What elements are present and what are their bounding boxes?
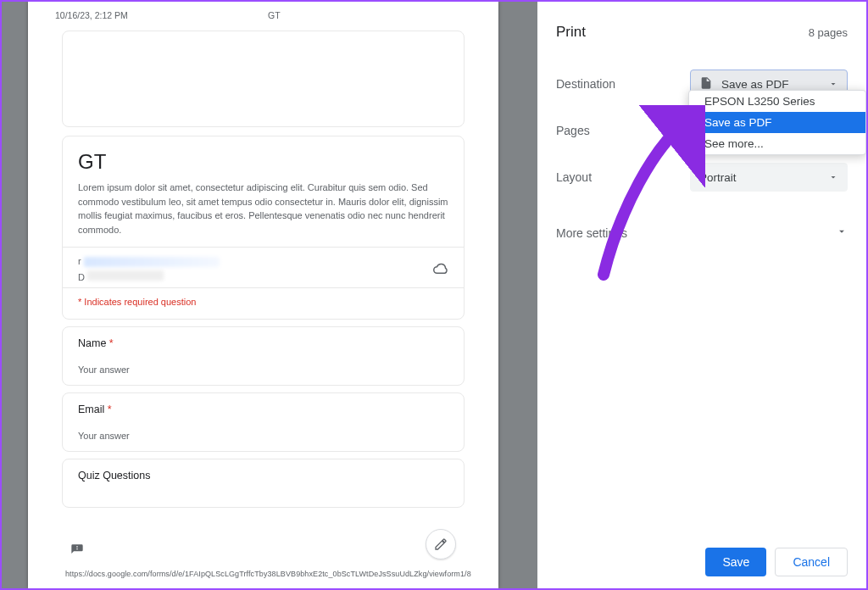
- cancel-button[interactable]: Cancel: [775, 548, 848, 576]
- question-card: Quiz Questions: [62, 459, 465, 508]
- layout-value: Portrait: [699, 171, 737, 184]
- chevron-down-icon: [836, 225, 848, 240]
- required-indicator: * Indicates required question: [78, 288, 448, 309]
- feedback-icon[interactable]: [70, 543, 84, 559]
- chevron-down-icon: [828, 172, 838, 185]
- question-card: Email * Your answer: [62, 392, 465, 452]
- pencil-icon[interactable]: [426, 529, 456, 559]
- pages-label: Pages: [556, 124, 690, 137]
- more-settings-toggle[interactable]: More settings: [556, 217, 848, 248]
- print-dialog-title: Print: [556, 24, 586, 41]
- form-banner-image: [62, 31, 465, 127]
- form-header-card: GT Lorem ipsum dolor sit amet, consectet…: [62, 136, 465, 320]
- destination-label: Destination: [556, 77, 690, 91]
- form-description: Lorem ipsum dolor sit amet, consectetur …: [78, 181, 448, 237]
- preview-header-title: GT: [268, 10, 281, 20]
- form-title: GT: [78, 150, 448, 174]
- pages-count: 8 pages: [809, 26, 848, 39]
- form-url: https://docs.google.com/forms/d/e/1FAIpQ…: [65, 570, 460, 578]
- preview-header: 10/16/23, 2:12 PM GT: [28, 2, 498, 27]
- save-button[interactable]: Save: [705, 548, 766, 576]
- question-label: Name *: [78, 337, 448, 349]
- cloud-icon: [433, 261, 448, 278]
- print-settings-panel: Print 8 pages Destination Save as PDF EP…: [537, 2, 866, 588]
- destination-option[interactable]: EPSON L3250 Series: [689, 91, 865, 112]
- page-number: 1/8: [460, 570, 471, 578]
- destination-option[interactable]: Save as PDF: [689, 112, 865, 133]
- question-label: Email *: [78, 404, 448, 415]
- preview-timestamp: 10/16/23, 2:12 PM: [55, 10, 128, 20]
- question-label: Quiz Questions: [78, 470, 448, 481]
- edit-response-fab[interactable]: [426, 529, 456, 559]
- question-card: Name * Your answer: [62, 326, 465, 386]
- preview-page: 10/16/23, 2:12 PM GT GT Lorem ipsum dolo…: [28, 2, 498, 588]
- destination-option[interactable]: See more...: [689, 133, 865, 154]
- answer-placeholder: Your answer: [78, 431, 448, 441]
- print-preview-pane: 10/16/23, 2:12 PM GT GT Lorem ipsum dolo…: [2, 2, 537, 588]
- answer-placeholder: Your answer: [78, 365, 448, 375]
- preview-footer: https://docs.google.com/forms/d/e/1FAIpQ…: [65, 570, 461, 578]
- layout-label: Layout: [556, 170, 690, 184]
- more-settings-label: More settings: [556, 226, 627, 240]
- destination-value: Save as PDF: [721, 78, 789, 91]
- layout-select[interactable]: Portrait: [690, 163, 848, 192]
- destination-dropdown-menu[interactable]: EPSON L3250 Series Save as PDF See more.…: [688, 90, 866, 155]
- respondent-row: r D: [78, 248, 448, 287]
